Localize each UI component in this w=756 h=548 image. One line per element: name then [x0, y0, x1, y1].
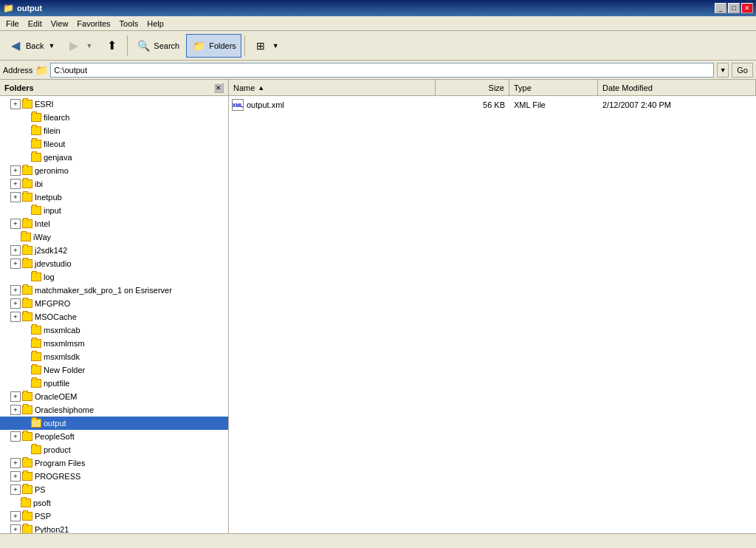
- folder-icon: [22, 432, 32, 441]
- menu-edit[interactable]: Edit: [24, 18, 47, 30]
- toolbar-separator-2: [244, 35, 245, 56]
- views-button[interactable]: ⊞ ▼: [248, 34, 284, 58]
- tree-item[interactable]: +ESRI: [0, 97, 228, 111]
- views-dropdown-icon[interactable]: ▼: [272, 42, 279, 49]
- folder-panel-close-button[interactable]: ✕: [213, 83, 224, 93]
- tree-expander-icon[interactable]: +: [10, 179, 21, 189]
- minimize-button[interactable]: _: [715, 3, 726, 13]
- back-dropdown-icon[interactable]: ▼: [48, 42, 55, 49]
- search-button[interactable]: 🔍 Search: [131, 34, 185, 58]
- tree-item[interactable]: +MSOCache: [0, 310, 228, 323]
- tree-item[interactable]: +OracleOEM: [0, 390, 228, 403]
- title-bar-left: 📁 output: [3, 3, 42, 13]
- tree-item[interactable]: New Folder: [0, 363, 228, 377]
- tree-item[interactable]: +Program Files: [0, 456, 228, 470]
- title-bar-controls: _ □ ✕: [715, 3, 753, 13]
- folder-tree[interactable]: +ESRIfilearchfileinfileoutgenjava+geroni…: [0, 96, 228, 533]
- menu-view[interactable]: View: [47, 18, 73, 30]
- folder-icon: [31, 126, 41, 135]
- tree-item[interactable]: input: [0, 204, 228, 217]
- column-header-name[interactable]: Name ▲: [229, 80, 436, 95]
- tree-expander-icon[interactable]: +: [10, 391, 21, 402]
- file-item[interactable]: XMLoutput.xml56 KBXML File2/12/2007 2:40…: [229, 97, 756, 112]
- column-header-size[interactable]: Size: [436, 80, 509, 95]
- tree-item[interactable]: psoft: [0, 496, 228, 510]
- tree-item[interactable]: nputfile: [0, 377, 228, 390]
- tree-expander-icon[interactable]: +: [10, 298, 21, 309]
- tree-item[interactable]: +Oracleshiphome: [0, 403, 228, 417]
- forward-button[interactable]: ▶ ▼: [61, 34, 97, 58]
- forward-dropdown-icon[interactable]: ▼: [86, 42, 92, 49]
- tree-item[interactable]: +PSP: [0, 510, 228, 523]
- tree-item[interactable]: +PeopleSoft: [0, 430, 228, 443]
- tree-expander-icon[interactable]: +: [10, 192, 21, 202]
- tree-expander-icon[interactable]: +: [10, 458, 21, 468]
- file-list[interactable]: XMLoutput.xml56 KBXML File2/12/2007 2:40…: [229, 96, 756, 533]
- tree-item[interactable]: +MFGPRO: [0, 297, 228, 310]
- tree-expander-icon[interactable]: +: [10, 165, 21, 176]
- column-header-type[interactable]: Type: [509, 80, 598, 95]
- folder-label: matchmaker_sdk_pro_1 on Esriserver: [35, 286, 172, 295]
- close-button[interactable]: ✕: [741, 3, 753, 13]
- tree-item[interactable]: filearch: [0, 111, 228, 124]
- folder-icon: [22, 312, 32, 321]
- tree-expander-icon[interactable]: +: [10, 405, 21, 415]
- tree-item[interactable]: +Python21: [0, 523, 228, 533]
- address-dropdown-icon[interactable]: ▼: [717, 63, 729, 78]
- tree-item[interactable]: output: [0, 417, 228, 430]
- tree-expander-icon[interactable]: +: [10, 258, 21, 269]
- tree-item[interactable]: product: [0, 443, 228, 456]
- back-button[interactable]: ◀ Back ▼: [3, 34, 60, 58]
- tree-expander-icon[interactable]: +: [10, 219, 21, 229]
- address-input[interactable]: [50, 63, 714, 78]
- column-header-date[interactable]: Date Modified: [598, 80, 756, 95]
- go-button[interactable]: Go: [732, 63, 753, 78]
- folder-label: msxmlsdk: [44, 352, 80, 361]
- tree-expander-icon[interactable]: +: [10, 245, 21, 256]
- tree-item[interactable]: fileout: [0, 137, 228, 151]
- folder-label: OracleOEM: [35, 392, 77, 401]
- tree-expander-icon[interactable]: +: [10, 511, 21, 521]
- menu-file[interactable]: File: [1, 18, 24, 30]
- up-button[interactable]: ⬆: [99, 34, 124, 58]
- file-name-cell: XMLoutput.xml: [229, 99, 436, 111]
- folder-icon: [22, 100, 32, 109]
- tree-item[interactable]: +PS: [0, 483, 228, 496]
- tree-item[interactable]: +Inetpub: [0, 191, 228, 204]
- folder-icon: [22, 246, 32, 255]
- tree-expander-icon[interactable]: +: [10, 431, 21, 442]
- tree-expander-icon[interactable]: +: [10, 484, 21, 495]
- folder-label: New Folder: [44, 366, 85, 374]
- tree-expander-icon[interactable]: +: [10, 99, 21, 109]
- address-label: Address: [3, 66, 32, 75]
- maximize-button[interactable]: □: [728, 3, 740, 13]
- tree-expander-icon[interactable]: +: [10, 471, 21, 482]
- tree-expander-icon[interactable]: +: [10, 524, 21, 533]
- tree-item[interactable]: +Intel: [0, 217, 228, 230]
- tree-item[interactable]: +geronimo: [0, 164, 228, 177]
- tree-item[interactable]: iWay: [0, 230, 228, 244]
- folder-label: fileout: [44, 140, 65, 148]
- tree-expander-icon[interactable]: +: [10, 312, 21, 322]
- menu-tools[interactable]: Tools: [115, 18, 143, 30]
- tree-item[interactable]: +jdevstudio: [0, 257, 228, 270]
- folder-label: MFGPRO: [35, 299, 70, 308]
- menu-help[interactable]: Help: [142, 18, 168, 30]
- folders-label: Folders: [209, 41, 236, 50]
- tree-item[interactable]: msxmlcab: [0, 323, 228, 337]
- tree-item[interactable]: msxmlmsm: [0, 337, 228, 350]
- tree-item[interactable]: +matchmaker_sdk_pro_1 on Esriserver: [0, 284, 228, 297]
- menu-favorites[interactable]: Favorites: [72, 18, 114, 30]
- tree-item[interactable]: filein: [0, 124, 228, 137]
- tree-expander-icon[interactable]: +: [10, 285, 21, 295]
- folder-label: psoft: [33, 499, 51, 507]
- tree-item[interactable]: log: [0, 270, 228, 284]
- folder-icon: [22, 459, 32, 467]
- tree-item[interactable]: +j2sdk142: [0, 244, 228, 257]
- tree-item[interactable]: +ibi: [0, 177, 228, 191]
- folder-label: nputfile: [44, 379, 69, 388]
- tree-item[interactable]: genjava: [0, 151, 228, 164]
- tree-item[interactable]: +PROGRESS: [0, 470, 228, 483]
- folders-button[interactable]: 📁 Folders: [186, 34, 241, 58]
- tree-item[interactable]: msxmlsdk: [0, 350, 228, 363]
